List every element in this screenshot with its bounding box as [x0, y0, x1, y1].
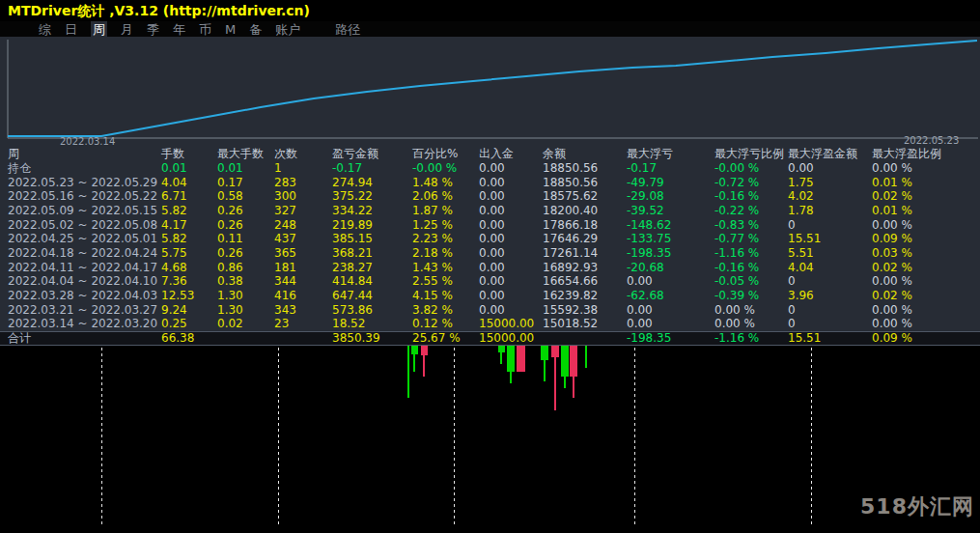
row-label: 持仓 — [8, 161, 31, 176]
candle-area: 518外汇网 — [0, 346, 980, 533]
tab-综[interactable]: 综 — [39, 21, 51, 37]
cell: 0.00 — [627, 303, 653, 318]
cell: 0.38 — [217, 274, 243, 289]
cell: 18850.56 — [543, 176, 598, 190]
cell: 0.12 % — [412, 317, 453, 331]
cell: 248 — [274, 218, 296, 233]
cell: -0.22 % — [714, 204, 759, 218]
cell: 0.02 % — [872, 289, 912, 303]
table-row: 2022.05.16 ~ 2022.05.226.710.58300375.22… — [0, 189, 980, 204]
cell: 0.09 % — [872, 232, 912, 246]
cell: 3850.39 — [332, 332, 380, 345]
cell: 437 — [274, 232, 296, 246]
candle-body — [551, 346, 559, 357]
cell: 414.84 — [332, 274, 373, 289]
cell: -0.83 % — [714, 218, 759, 233]
tab-账户[interactable]: 账户 — [275, 21, 300, 37]
cell: 18850.56 — [543, 161, 598, 176]
cell: 0.86 — [217, 261, 243, 275]
table-total-row: 合计66.383850.3925.67 %15000.00-198.35-1.1… — [0, 331, 980, 346]
cell: 16239.82 — [543, 289, 598, 303]
cell: -62.68 — [627, 289, 664, 303]
cell: 18575.62 — [543, 189, 598, 204]
cell: 0.00 — [479, 189, 505, 204]
cell: 0.02 — [217, 317, 243, 331]
cell: -0.77 % — [714, 232, 759, 246]
cell: 3.82 % — [412, 303, 453, 318]
cell: 1.78 — [788, 204, 814, 218]
cell: 334.22 — [332, 204, 373, 218]
tab-年[interactable]: 年 — [173, 21, 185, 37]
table-row: 2022.03.21 ~ 2022.03.279.241.30343573.86… — [0, 303, 980, 318]
table-row: 2022.05.09 ~ 2022.05.155.820.26327334.22… — [0, 204, 980, 218]
app-window: MTDriver统计 ,V3.12 (http://mtdriver.cn) 综… — [0, 0, 980, 533]
cell: -0.00 % — [714, 161, 759, 176]
cell: 0.02 % — [872, 261, 912, 275]
cell: 17866.18 — [543, 218, 598, 233]
candle-wick — [585, 346, 587, 368]
cell: 6.71 — [161, 189, 187, 204]
equity-chart-panel: 2022.03.14 2022.05.23 — [0, 37, 980, 147]
tab-月[interactable]: 月 — [121, 21, 133, 37]
candle-body — [421, 346, 428, 355]
tab-M[interactable]: M — [225, 21, 236, 37]
cell: -148.62 — [627, 218, 671, 233]
table-row: 持仓0.010.011-0.17-0.00 %0.0018850.56-0.17… — [0, 161, 980, 176]
dashed-gridline — [454, 348, 455, 527]
cell: 0.17 — [217, 176, 243, 190]
cell: -0.05 % — [714, 274, 759, 289]
candle-body — [561, 346, 569, 377]
cell: 0.00 — [479, 204, 505, 218]
cell: 238.27 — [332, 261, 373, 275]
stats-table: 周手数最大手数次数盈亏金额百分比%出入金余额最大浮亏最大浮亏比例最大浮盈金额最大… — [0, 147, 980, 346]
cell: 4.17 — [161, 218, 187, 233]
cell: -0.16 % — [714, 189, 759, 204]
cell: 23 — [274, 317, 289, 331]
cell: -0.72 % — [714, 176, 759, 190]
tab-周[interactable]: 周 — [91, 21, 107, 37]
candle-body — [517, 346, 525, 372]
cell: 1.25 % — [412, 218, 453, 233]
cell: 0.25 — [161, 317, 187, 331]
cell: 4.02 — [788, 189, 814, 204]
table-row: 2022.03.28 ~ 2022.04.0312.531.30416647.4… — [0, 289, 980, 303]
cell: 0.26 — [217, 204, 243, 218]
cell: 0.00 — [479, 274, 505, 289]
row-label: 2022.05.02 ~ 2022.05.08 — [8, 218, 157, 233]
cell: 5.75 — [161, 246, 187, 261]
table-row: 2022.05.23 ~ 2022.05.294.040.17283274.94… — [0, 176, 980, 190]
cell: 0.00 — [788, 161, 814, 176]
cell: 3.96 — [788, 289, 814, 303]
table-rows: 持仓0.010.011-0.17-0.00 %0.0018850.56-0.17… — [0, 147, 980, 346]
cell: 0.26 — [217, 246, 243, 261]
cell: 5.82 — [161, 232, 187, 246]
cell: 1.30 — [217, 303, 243, 318]
table-row: 2022.04.11 ~ 2022.04.174.680.86181238.27… — [0, 261, 980, 275]
cell: 16892.93 — [543, 261, 598, 275]
tab-备[interactable]: 备 — [249, 21, 262, 37]
tab-季[interactable]: 季 — [147, 21, 159, 37]
dashed-gridline — [811, 348, 812, 527]
row-label: 2022.04.18 ~ 2022.04.24 — [8, 246, 157, 261]
cell: 0.11 — [217, 232, 243, 246]
tab-币[interactable]: 币 — [199, 21, 211, 37]
cell: 0.01 % — [872, 204, 912, 218]
tab-日[interactable]: 日 — [65, 21, 77, 37]
cell: -0.00 % — [412, 161, 457, 176]
cell: 15000.00 — [479, 332, 534, 345]
candle-body — [541, 346, 548, 360]
cell: 15.51 — [788, 332, 821, 345]
cell: 0.00 % — [872, 274, 912, 289]
cell: 647.44 — [332, 289, 373, 303]
table-row: 2022.05.02 ~ 2022.05.084.170.26248219.89… — [0, 218, 980, 233]
tab-路径[interactable]: 路径 — [335, 21, 360, 37]
dashed-gridline — [278, 348, 279, 527]
cell: 17646.29 — [543, 232, 598, 246]
cell: 0.00 — [627, 274, 653, 289]
cell: 274.94 — [332, 176, 373, 190]
cell: 365 — [274, 246, 296, 261]
cell: 4.04 — [161, 176, 187, 190]
cell: 0.00 % — [714, 303, 755, 318]
cell: -0.17 — [332, 161, 362, 176]
cell: 0 — [788, 218, 796, 233]
